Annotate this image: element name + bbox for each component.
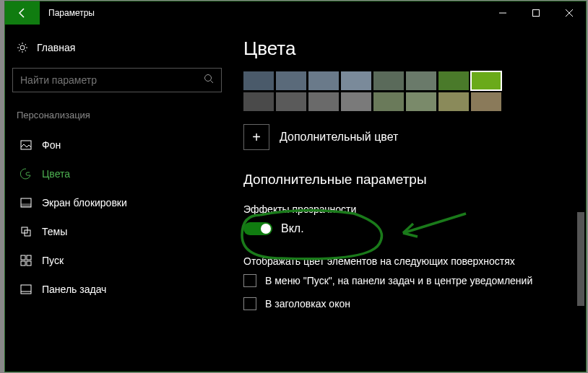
start-icon xyxy=(20,255,32,266)
svg-rect-12 xyxy=(21,255,25,260)
scroll-thumb[interactable] xyxy=(577,212,584,306)
section-label: Персонализация xyxy=(12,107,222,131)
content-area: Цвета + Дополнительный цвет Дополнительн… xyxy=(229,25,586,372)
check-label: В заголовках окон xyxy=(265,298,350,310)
color-swatch[interactable] xyxy=(438,92,469,111)
add-color-label: Дополнительный цвет xyxy=(280,131,398,144)
svg-rect-7 xyxy=(21,141,31,149)
sidebar-item-start[interactable]: Пуск xyxy=(12,246,222,275)
minimize-icon xyxy=(499,9,506,17)
search-icon xyxy=(204,74,214,87)
svg-rect-1 xyxy=(533,10,540,17)
sidebar-item-colors[interactable]: Цвета xyxy=(12,159,222,188)
transparency-toggle[interactable] xyxy=(243,222,272,235)
sidebar-item-taskbar[interactable]: Панель задач xyxy=(12,275,222,304)
maximize-button[interactable] xyxy=(519,1,553,25)
nav-label: Экран блокировки xyxy=(42,197,127,209)
search-box[interactable] xyxy=(12,68,222,92)
lockscreen-icon xyxy=(20,197,32,209)
back-button[interactable] xyxy=(5,1,40,25)
color-swatch[interactable] xyxy=(341,92,371,111)
checkbox-start-taskbar[interactable] xyxy=(243,274,256,287)
svg-rect-16 xyxy=(21,285,31,294)
settings-window: Параметры Главная Пе xyxy=(4,1,587,372)
transparency-toggle-row: Вкл. xyxy=(243,222,564,235)
svg-rect-9 xyxy=(21,203,31,207)
sidebar-item-lockscreen[interactable]: Экран блокировки xyxy=(12,188,222,217)
nav-label: Фон xyxy=(42,139,61,151)
check-row-titlebars: В заголовках окон xyxy=(243,297,564,310)
taskbar-icon xyxy=(20,284,32,295)
color-swatch[interactable] xyxy=(276,92,306,111)
home-label: Главная xyxy=(37,42,75,53)
color-swatch[interactable] xyxy=(471,92,501,111)
titlebar: Параметры xyxy=(5,1,586,25)
svg-rect-13 xyxy=(27,255,31,260)
color-swatch[interactable] xyxy=(471,71,501,90)
color-swatch[interactable] xyxy=(308,92,339,111)
show-on-label: Отображать цвет элементов на следующих п… xyxy=(243,255,564,267)
svg-line-6 xyxy=(211,81,214,84)
color-swatch[interactable] xyxy=(438,71,469,90)
check-label: В меню "Пуск", на панели задач и в центр… xyxy=(265,275,532,286)
svg-rect-14 xyxy=(21,261,25,266)
checkbox-titlebars[interactable] xyxy=(243,297,256,310)
search-input[interactable] xyxy=(20,74,204,86)
palette-icon xyxy=(20,168,32,180)
svg-point-5 xyxy=(205,75,212,82)
svg-rect-15 xyxy=(27,261,31,266)
scrollbar[interactable] xyxy=(576,25,586,372)
minimize-button[interactable] xyxy=(486,1,519,25)
add-color-button[interactable]: + xyxy=(243,124,269,150)
color-swatch[interactable] xyxy=(308,71,339,90)
color-swatch[interactable] xyxy=(243,71,274,90)
nav-label: Темы xyxy=(42,226,67,237)
svg-point-4 xyxy=(20,45,25,50)
color-swatch[interactable] xyxy=(406,71,436,90)
nav-label: Цвета xyxy=(42,168,70,180)
sidebar-item-background[interactable]: Фон xyxy=(12,131,222,159)
check-row-start-taskbar: В меню "Пуск", на панели задач и в центр… xyxy=(243,274,564,287)
plus-icon: + xyxy=(252,129,261,146)
arrow-left-icon xyxy=(17,7,28,19)
page-heading: Цвета xyxy=(243,38,564,60)
window-title: Параметры xyxy=(48,8,486,18)
toggle-thumb xyxy=(261,224,271,234)
custom-color-row: + Дополнительный цвет xyxy=(243,124,564,150)
toggle-state-label: Вкл. xyxy=(281,222,304,235)
picture-icon xyxy=(20,139,32,151)
window-controls xyxy=(486,1,586,25)
nav-label: Пуск xyxy=(42,255,64,266)
themes-icon xyxy=(20,226,32,237)
color-swatch-grid xyxy=(243,71,564,111)
color-swatch[interactable] xyxy=(243,92,274,111)
color-swatch[interactable] xyxy=(373,71,404,90)
close-button[interactable] xyxy=(553,1,586,25)
sidebar-item-themes[interactable]: Темы xyxy=(12,217,222,246)
color-swatch[interactable] xyxy=(373,92,404,111)
subheading: Дополнительные параметры xyxy=(243,172,564,188)
transparency-label: Эффекты прозрачности xyxy=(243,203,564,215)
close-icon xyxy=(566,9,573,17)
maximize-icon xyxy=(532,9,540,17)
color-swatch[interactable] xyxy=(276,71,306,90)
home-link[interactable]: Главная xyxy=(12,38,222,63)
color-swatch[interactable] xyxy=(406,92,436,111)
gear-icon xyxy=(17,42,28,53)
sidebar: Главная Персонализация Фон Цвета Экран б… xyxy=(5,25,229,372)
color-swatch[interactable] xyxy=(341,71,371,90)
nav-label: Панель задач xyxy=(42,284,106,295)
